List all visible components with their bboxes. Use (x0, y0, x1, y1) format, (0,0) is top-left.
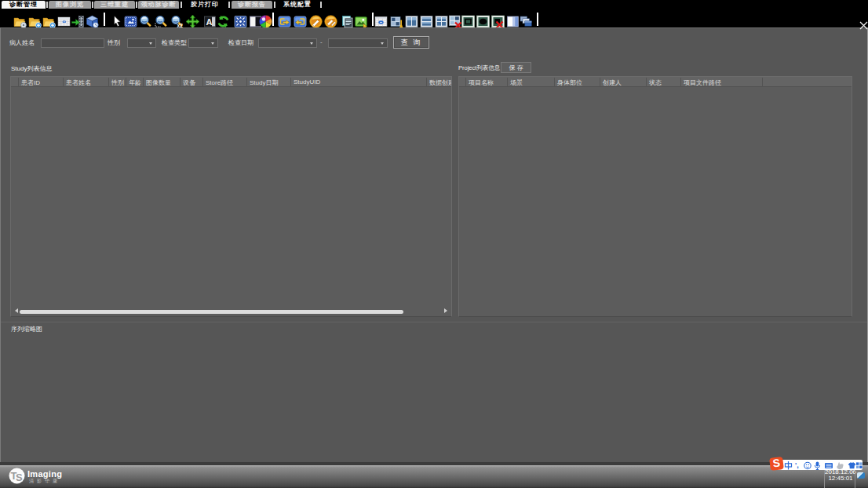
svg-text:S: S (16, 472, 23, 483)
svg-text:A: A (206, 17, 212, 27)
svg-text:',: ', (795, 461, 799, 469)
